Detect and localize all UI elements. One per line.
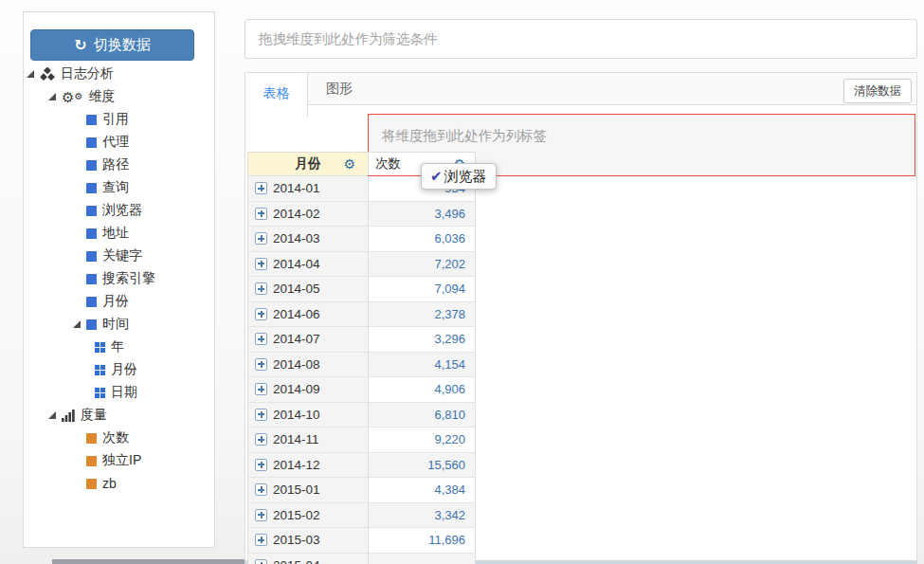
tree-node-dim-agent[interactable]: 代理 (24, 131, 214, 154)
tree-node-dim-referrer[interactable]: 引用 (24, 108, 214, 131)
tree-node-dim-search-engine[interactable]: 搜索引擎 (24, 267, 214, 290)
expanded-caret-icon[interactable] (27, 70, 40, 78)
expand-plus-icon[interactable] (255, 509, 267, 521)
value-label: 7,094 (434, 282, 465, 296)
dimension-icon (86, 274, 97, 284)
row-header-cell[interactable]: 2014-07 (247, 327, 368, 353)
value-cell[interactable]: 3,496 (368, 202, 476, 227)
gear-icon[interactable]: ⚙ (343, 157, 355, 171)
value-cell[interactable]: 15,560 (368, 453, 476, 479)
expand-plus-icon[interactable] (255, 358, 267, 371)
row-dimension-header[interactable]: 月份 ⚙ (247, 152, 368, 176)
value-cell[interactable] (368, 554, 476, 564)
month-label: 2014-02 (273, 207, 320, 221)
tree-node-dim-month[interactable]: 月份 (24, 290, 214, 313)
tree-node-measure-count[interactable]: 次数 (24, 427, 214, 449)
expand-plus-icon[interactable] (255, 383, 267, 395)
tree-node-dim-keyword[interactable]: 关键字 (24, 245, 214, 267)
table-row: 2014-04 7,202 (247, 252, 477, 278)
value-cell[interactable]: 4,906 (368, 377, 476, 403)
expand-plus-icon[interactable] (255, 483, 267, 496)
expand-plus-icon[interactable] (255, 182, 267, 194)
value-cell[interactable]: 2,378 (368, 302, 476, 328)
tree-node-label: 查询 (102, 179, 129, 196)
row-header-cell[interactable]: 2014-01 (247, 176, 368, 202)
row-header-cell[interactable]: 2014-04 (247, 252, 368, 278)
tree-node-dim-path[interactable]: 路径 (24, 154, 214, 176)
value-cell[interactable]: 9,220 (368, 428, 476, 453)
tree-node-measures[interactable]: 度量 (24, 404, 214, 427)
expand-plus-icon[interactable] (255, 559, 267, 564)
tree-node-dim-address[interactable]: 地址 (24, 222, 214, 245)
month-label: 2014-05 (273, 282, 320, 296)
row-header-cell[interactable]: 2014-12 (247, 453, 368, 479)
row-header-cell[interactable]: 2015-01 (247, 478, 368, 503)
expand-plus-icon[interactable] (255, 282, 267, 295)
value-cell[interactable]: 6,036 (368, 227, 476, 252)
row-header-cell[interactable]: 2014-10 (247, 403, 368, 428)
field-tree: 日志分析 ⚙⚙ 维度 引用 代理 路径 查询 (24, 63, 214, 495)
tree-node-measure-unique-ip[interactable]: 独立IP (24, 449, 214, 472)
row-header-cell[interactable]: 2014-09 (247, 377, 368, 403)
row-header-cell[interactable]: 2014-05 (247, 277, 368, 302)
expand-plus-icon[interactable] (255, 232, 267, 245)
window-edge-strip (52, 559, 245, 564)
tree-node-measure-zb[interactable]: zb (24, 472, 214, 495)
tab-chart[interactable]: 图形 (308, 73, 371, 105)
measure-icon (86, 479, 97, 489)
dimension-icon (86, 160, 97, 171)
row-header-cell[interactable]: 2015-03 (247, 528, 368, 554)
expand-plus-icon[interactable] (255, 308, 267, 320)
month-label: 2014-08 (273, 357, 320, 372)
expand-plus-icon[interactable] (255, 459, 267, 471)
gears-icon: ⚙⚙ (62, 90, 82, 104)
row-header-cell[interactable]: 2014-08 (247, 353, 368, 378)
clear-data-button[interactable]: 清除数据 (843, 79, 912, 103)
expand-plus-icon[interactable] (255, 534, 267, 546)
measure-header-label: 次数 (375, 155, 401, 173)
row-header-cell[interactable]: 2014-11 (247, 428, 368, 453)
value-label: 6,036 (434, 231, 465, 246)
cubes-icon (40, 67, 55, 82)
value-cell[interactable]: 7,202 (368, 252, 476, 278)
value-cell[interactable]: 4,384 (368, 478, 476, 503)
tree-node-dim-browser[interactable]: 浏览器 (24, 199, 214, 222)
tree-node-dim-query[interactable]: 查询 (24, 176, 214, 199)
row-header-cell[interactable]: 2014-06 (247, 302, 368, 328)
expand-plus-icon[interactable] (255, 409, 267, 421)
value-cell[interactable]: 3,342 (368, 503, 476, 529)
row-header-cell[interactable]: 2014-02 (247, 202, 368, 227)
row-dimension-header-label: 月份 (296, 155, 321, 173)
month-label: 2014-11 (273, 432, 319, 446)
tree-node-dimensions[interactable]: ⚙⚙ 维度 (24, 85, 214, 108)
table-row: 2014-11 9,220 (247, 428, 477, 453)
value-cell[interactable]: 3,296 (368, 327, 476, 353)
drag-hint-tooltip: ✔ 浏览器 (421, 163, 497, 190)
filter-dropzone[interactable]: 拖拽维度到此处作为筛选条件 (245, 19, 917, 59)
row-header-cell[interactable]: 2015-04 (247, 554, 368, 564)
tree-node-time-month[interactable]: 月份 (24, 358, 214, 381)
expand-plus-icon[interactable] (255, 333, 267, 345)
tab-table[interactable]: 表格 (245, 72, 308, 117)
expand-plus-icon[interactable] (255, 258, 267, 270)
tree-node-dim-time[interactable]: 时间 (24, 313, 214, 336)
value-cell[interactable]: 4,154 (368, 353, 476, 378)
value-cell[interactable]: 7,094 (368, 277, 476, 302)
measure-icon (86, 433, 97, 444)
row-header-cell[interactable]: 2014-03 (247, 227, 368, 252)
dimension-icon (86, 183, 97, 193)
expanded-caret-icon[interactable] (48, 93, 62, 100)
expand-plus-icon[interactable] (255, 433, 267, 446)
tree-node-log-analysis[interactable]: 日志分析 (24, 63, 214, 85)
month-label: 2014-10 (273, 408, 320, 422)
tree-node-time-year[interactable]: 年 (24, 336, 214, 358)
tab-bar: 图形 清除数据 (245, 73, 916, 105)
value-cell[interactable]: 6,810 (368, 403, 476, 428)
tree-node-time-date[interactable]: 日期 (24, 381, 214, 404)
row-header-cell[interactable]: 2015-02 (247, 503, 368, 529)
expanded-caret-icon[interactable] (48, 411, 62, 419)
expanded-caret-icon[interactable] (73, 320, 86, 328)
expand-plus-icon[interactable] (255, 208, 267, 220)
value-cell[interactable]: 11,696 (368, 528, 476, 554)
switch-data-button[interactable]: ↻ 切换数据 (30, 29, 194, 61)
